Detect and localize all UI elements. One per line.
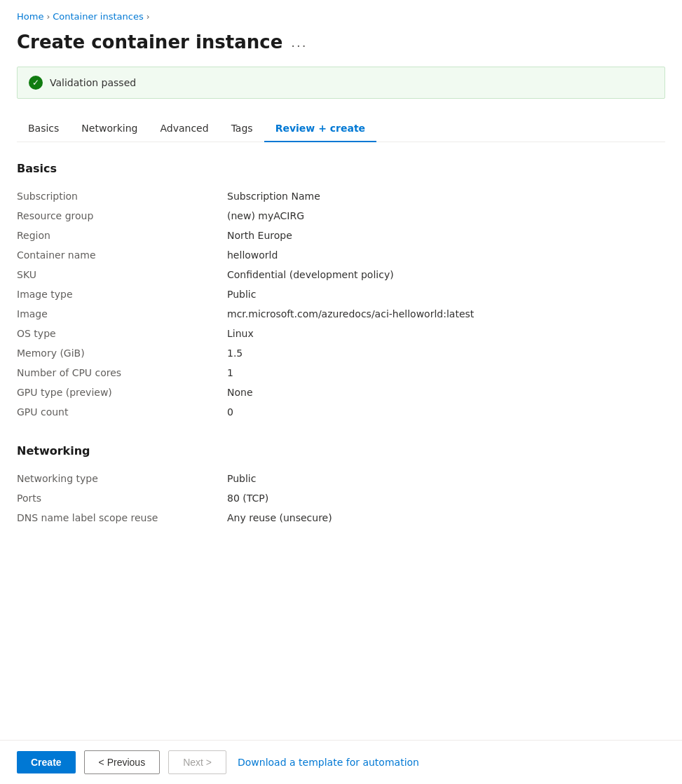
field-subscription: Subscription Subscription Name bbox=[17, 186, 665, 206]
next-button: Next > bbox=[168, 750, 226, 774]
field-dns-label-scope-value: Any reuse (unsecure) bbox=[227, 512, 665, 523]
field-sku: SKU Confidential (development policy) bbox=[17, 265, 665, 284]
field-resource-group-value: (new) myACIRG bbox=[227, 210, 665, 221]
field-networking-type-value: Public bbox=[227, 473, 665, 484]
breadcrumb-home[interactable]: Home bbox=[17, 11, 43, 22]
tabs: Basics Networking Advanced Tags Review +… bbox=[17, 116, 665, 142]
basics-section: Basics Subscription Subscription Name Re… bbox=[17, 162, 665, 422]
networking-section: Networking Networking type Public Ports … bbox=[17, 444, 665, 528]
field-networking-type-label: Networking type bbox=[17, 473, 227, 484]
field-ports: Ports 80 (TCP) bbox=[17, 488, 665, 508]
breadcrumb: Home › Container instances › bbox=[17, 11, 665, 22]
field-container-name-label: Container name bbox=[17, 249, 227, 261]
field-gpu-count-label: GPU count bbox=[17, 406, 227, 418]
field-region-label: Region bbox=[17, 230, 227, 241]
field-networking-type: Networking type Public bbox=[17, 469, 665, 488]
field-cpu-cores: Number of CPU cores 1 bbox=[17, 363, 665, 383]
field-image: Image mcr.microsoft.com/azuredocs/aci-he… bbox=[17, 304, 665, 324]
previous-button[interactable]: < Previous bbox=[84, 750, 161, 774]
networking-section-title: Networking bbox=[17, 444, 665, 458]
more-options-button[interactable]: ... bbox=[291, 35, 307, 50]
field-dns-label-scope-label: DNS name label scope reuse bbox=[17, 512, 227, 523]
validation-icon bbox=[29, 76, 43, 90]
field-dns-label-scope: DNS name label scope reuse Any reuse (un… bbox=[17, 508, 665, 528]
field-image-type-label: Image type bbox=[17, 289, 227, 300]
field-gpu-count-value: 0 bbox=[227, 406, 665, 418]
field-sku-value: Confidential (development policy) bbox=[227, 269, 665, 280]
field-subscription-label: Subscription bbox=[17, 191, 227, 202]
create-button[interactable]: Create bbox=[17, 751, 76, 773]
field-resource-group: Resource group (new) myACIRG bbox=[17, 206, 665, 226]
field-resource-group-label: Resource group bbox=[17, 210, 227, 221]
field-sku-label: SKU bbox=[17, 269, 227, 280]
validation-banner: Validation passed bbox=[17, 67, 665, 99]
field-ports-value: 80 (TCP) bbox=[227, 493, 665, 504]
field-container-name-value: helloworld bbox=[227, 249, 665, 261]
field-region-value: North Europe bbox=[227, 230, 665, 241]
page-header: Create container instance ... bbox=[17, 32, 665, 53]
field-gpu-type: GPU type (preview) None bbox=[17, 383, 665, 402]
field-memory: Memory (GiB) 1.5 bbox=[17, 343, 665, 363]
tab-networking[interactable]: Networking bbox=[70, 116, 149, 142]
page-title: Create container instance bbox=[17, 32, 282, 53]
field-gpu-type-value: None bbox=[227, 387, 665, 398]
field-image-label: Image bbox=[17, 308, 227, 319]
field-container-name: Container name helloworld bbox=[17, 245, 665, 265]
field-image-type: Image type Public bbox=[17, 284, 665, 304]
field-os-type: OS type Linux bbox=[17, 324, 665, 343]
download-template-link[interactable]: Download a template for automation bbox=[238, 757, 419, 768]
tab-tags[interactable]: Tags bbox=[220, 116, 264, 142]
breadcrumb-container-instances[interactable]: Container instances bbox=[53, 11, 144, 22]
field-gpu-type-label: GPU type (preview) bbox=[17, 387, 227, 398]
tab-review-create[interactable]: Review + create bbox=[264, 116, 376, 142]
field-image-type-value: Public bbox=[227, 289, 665, 300]
field-memory-label: Memory (GiB) bbox=[17, 348, 227, 359]
field-region: Region North Europe bbox=[17, 226, 665, 245]
footer: Create < Previous Next > Download a temp… bbox=[0, 740, 682, 784]
basics-section-title: Basics bbox=[17, 162, 665, 175]
validation-text: Validation passed bbox=[50, 77, 136, 88]
field-memory-value: 1.5 bbox=[227, 348, 665, 359]
breadcrumb-sep-2: › bbox=[146, 12, 150, 22]
field-gpu-count: GPU count 0 bbox=[17, 402, 665, 422]
field-cpu-cores-label: Number of CPU cores bbox=[17, 367, 227, 378]
field-subscription-value: Subscription Name bbox=[227, 191, 665, 202]
field-os-type-value: Linux bbox=[227, 328, 665, 339]
breadcrumb-sep-1: › bbox=[46, 12, 50, 22]
field-image-value: mcr.microsoft.com/azuredocs/aci-hellowor… bbox=[227, 308, 665, 319]
field-cpu-cores-value: 1 bbox=[227, 367, 665, 378]
tab-advanced[interactable]: Advanced bbox=[149, 116, 219, 142]
field-os-type-label: OS type bbox=[17, 328, 227, 339]
field-ports-label: Ports bbox=[17, 493, 227, 504]
tab-basics[interactable]: Basics bbox=[17, 116, 70, 142]
